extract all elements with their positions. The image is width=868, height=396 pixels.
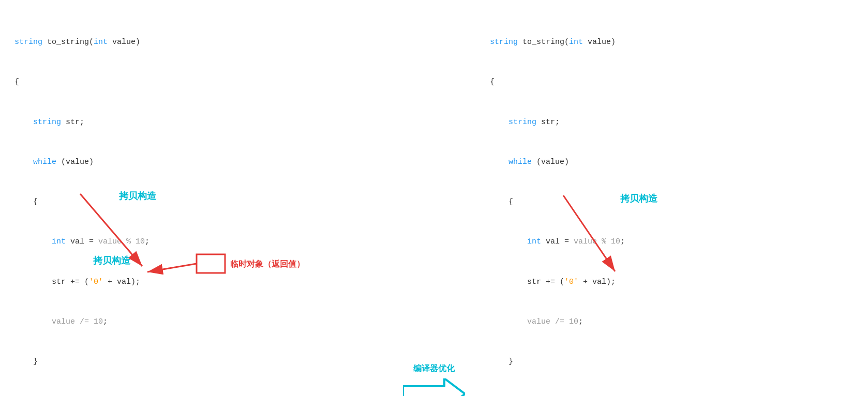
right-arrow-icon: [403, 378, 465, 396]
left-panel: string to_string(int value) { string str…: [0, 0, 393, 396]
svg-marker-7: [403, 378, 465, 396]
center-panel: 编译器优化: [393, 0, 475, 396]
compiler-optimization-label: 编译器优化: [413, 363, 455, 374]
right-to-string-code: string to_string(int value) { string str…: [490, 9, 854, 396]
right-panel: string to_string(int value) { string str…: [475, 0, 868, 396]
left-to-string-code: string to_string(int value) { string str…: [14, 9, 378, 396]
